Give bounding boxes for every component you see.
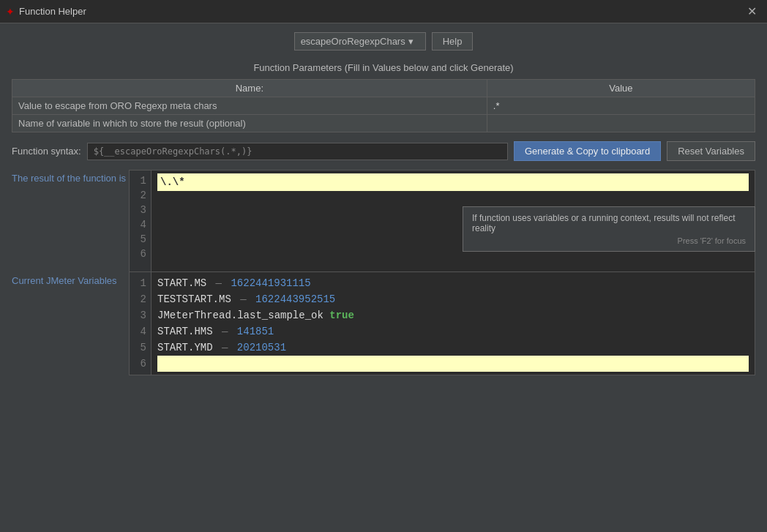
jmeter-line-num-5: 6 xyxy=(134,356,146,372)
jmeter-line-num-2: 3 xyxy=(134,307,146,323)
param-name-0: Value to escape from ORO Regexp meta cha… xyxy=(12,97,487,115)
result-label: The result of the function is xyxy=(12,170,129,184)
jmeter-line-numbers: 123456 xyxy=(130,272,151,375)
jmeter-section: Current JMeter Variables 123456 START.MS… xyxy=(12,272,755,375)
function-selected-value: escapeOroRegexpChars xyxy=(301,36,405,47)
jmeter-row-1: TESTSTART.MS — 1622443952515 xyxy=(157,291,749,307)
jmeter-line-num-0: 1 xyxy=(134,275,146,291)
jmeter-row-2: JMeterThread.last_sample_ok true xyxy=(157,307,749,323)
jmeter-row-0: START.MS — 1622441931115 xyxy=(157,275,749,291)
result-line-2 xyxy=(157,191,749,206)
close-button[interactable]: ✕ xyxy=(743,4,761,19)
jmeter-rows: START.MS — 1622441931115TESTSTART.MS — 1… xyxy=(151,272,755,375)
var-value-4: 20210531 xyxy=(237,342,286,353)
titlebar: ✦ Function Helper ✕ xyxy=(0,0,767,23)
param-input-1[interactable] xyxy=(493,118,749,129)
app-icon: ✦ xyxy=(6,6,15,18)
var-name-0: START.MS xyxy=(157,277,206,289)
result-section: The result of the function is 1 2 3 4 5 … xyxy=(12,170,755,272)
jmeter-row-5 xyxy=(157,356,749,372)
var-name-4: START.YMD xyxy=(157,342,213,353)
help-button[interactable]: Help xyxy=(432,32,474,50)
var-sep-4: — xyxy=(216,342,234,353)
main-content: escapeOroRegexpChars ▾ Help Function Par… xyxy=(0,23,767,384)
parameters-table: Name: Value Value to escape from ORO Reg… xyxy=(12,79,755,132)
param-value-1[interactable] xyxy=(487,115,755,132)
var-value-1: 1622443952515 xyxy=(255,293,335,305)
var-value-3: 141851 xyxy=(237,326,274,337)
var-name-3: START.HMS xyxy=(157,326,213,337)
var-value-0: 1622441931115 xyxy=(231,277,310,289)
col-header-value: Value xyxy=(487,80,755,97)
result-line-6 xyxy=(157,250,749,264)
var-sep-0: — xyxy=(209,277,228,289)
section-description: Function Parameters (Fill in Values belo… xyxy=(12,62,755,73)
tooltip-box: If function uses variables or a running … xyxy=(463,206,755,252)
function-dropdown[interactable]: escapeOroRegexpChars ▾ xyxy=(294,32,426,50)
jmeter-row-4: START.YMD — 20210531 xyxy=(157,340,749,356)
result-line-numbers: 1 2 3 4 5 6 xyxy=(130,171,151,271)
reset-variables-button[interactable]: Reset Variables xyxy=(667,141,755,161)
titlebar-title: Function Helper xyxy=(19,6,86,17)
var-value-2: true xyxy=(329,310,354,321)
dropdown-arrow-icon: ▾ xyxy=(408,36,419,47)
generate-copy-button[interactable]: Generate & Copy to clipboard xyxy=(514,141,661,161)
jmeter-row-3: START.HMS — 141851 xyxy=(157,323,749,340)
jmeter-line-num-1: 2 xyxy=(134,291,146,307)
param-name-1: Name of variable in which to store the r… xyxy=(12,115,487,132)
jmeter-label: Current JMeter Variables xyxy=(12,272,129,286)
var-name-2: JMeterThread.last_sample_ok xyxy=(157,310,323,321)
syntax-input[interactable] xyxy=(87,143,508,160)
tooltip-text: If function uses variables or a running … xyxy=(472,213,746,233)
syntax-row: Function syntax: Generate & Copy to clip… xyxy=(12,141,755,161)
var-sep-3: — xyxy=(216,326,234,337)
syntax-label: Function syntax: xyxy=(12,146,81,157)
jmeter-line-num-4: 5 xyxy=(134,340,146,356)
param-input-0[interactable] xyxy=(493,100,749,111)
var-sep-1: — xyxy=(234,293,252,305)
col-header-name: Name: xyxy=(12,80,487,97)
jmeter-content: 123456 START.MS — 1622441931115TESTSTART… xyxy=(130,272,755,375)
var-name-1: TESTSTART.MS xyxy=(157,293,231,305)
function-selector-row: escapeOroRegexpChars ▾ Help xyxy=(12,32,755,50)
result-line-1: \.\* xyxy=(157,173,749,191)
jmeter-editor[interactable]: 123456 START.MS — 1622441931115TESTSTART… xyxy=(129,272,755,375)
param-value-0[interactable] xyxy=(487,97,755,115)
tooltip-footer: Press 'F2' for focus xyxy=(472,236,746,245)
jmeter-line-num-3: 4 xyxy=(134,323,146,340)
result-editor-wrapper: 1 2 3 4 5 6 \.\* If function xyxy=(129,170,755,272)
titlebar-left: ✦ Function Helper xyxy=(6,6,86,18)
